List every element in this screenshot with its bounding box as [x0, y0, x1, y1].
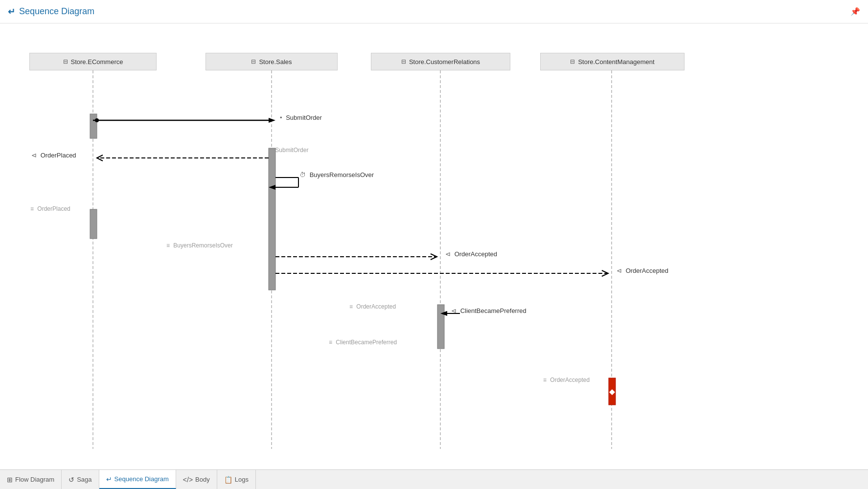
buyers-remorse-icon: ⏱ — [299, 171, 306, 178]
arrow-label-clientbecamepreferred: ⊲ ClientBecamePreferred — [451, 307, 526, 314]
lifeline-header-ecommerce: ⊟ Store.ECommerce — [29, 53, 157, 70]
tab-body[interactable]: </> Body — [176, 470, 217, 489]
msg-label-orderaccepted: ≡ OrderAccepted — [349, 303, 396, 310]
svg-marker-21 — [440, 311, 447, 316]
app-icon: ↵ — [8, 6, 15, 17]
svg-marker-11 — [269, 118, 275, 123]
svg-marker-9 — [609, 389, 615, 395]
msg-label-orderplaced: ≡ OrderPlaced — [30, 205, 70, 212]
msg-label-clientbecamepreferred: ≡ ClientBecamePreferred — [329, 339, 397, 346]
tab-flow-diagram[interactable]: ⊞ Flow Diagram — [0, 470, 62, 489]
svg-rect-5 — [269, 148, 275, 290]
submit-order-icon: • — [280, 114, 282, 121]
lifeline-header-sales: ⊟ Store.Sales — [206, 53, 338, 70]
ll-icon-customerrelations: ⊟ — [401, 58, 406, 65]
svg-rect-7 — [437, 305, 444, 349]
svg-point-12 — [95, 118, 99, 122]
arrow-label-orderaccepted2: ⊲ OrderAccepted — [617, 267, 668, 274]
svg-rect-8 — [609, 378, 616, 405]
arrow-label-orderplaced: ⊲ OrderPlaced — [31, 152, 76, 159]
arrows-svg — [0, 23, 868, 469]
msg-label-submitorder: ≡ SubmitOrder — [268, 147, 308, 154]
sequence-diagram-icon: ↵ — [106, 475, 112, 483]
svg-rect-6 — [90, 209, 97, 239]
client-preferred-icon: ⊲ — [451, 307, 457, 314]
tab-logs[interactable]: 📋 Logs — [217, 470, 256, 489]
saga-icon: ↺ — [69, 476, 74, 484]
order-accepted2-icon: ⊲ — [617, 267, 622, 274]
msg-label-orderaccepted-cm: ≡ OrderAccepted — [543, 377, 590, 383]
svg-marker-17 — [269, 185, 275, 190]
order-accepted1-icon: ⊲ — [445, 250, 451, 258]
tab-sequence-diagram[interactable]: ↵ Sequence Diagram — [99, 470, 176, 489]
flow-diagram-icon: ⊞ — [7, 476, 13, 484]
body-icon: </> — [183, 476, 193, 484]
svg-rect-4 — [90, 114, 97, 138]
tab-saga[interactable]: ↺ Saga — [62, 470, 99, 489]
ll-icon-contentmanagement: ⊟ — [570, 58, 575, 65]
arrow-label-submitorder: • SubmitOrder — [280, 114, 322, 121]
header: ↵ Sequence Diagram 📌 — [0, 0, 868, 23]
ll-icon-sales: ⊟ — [251, 58, 256, 65]
msg-label-buyersremorse: ≡ BuyersRemorseIsOver — [166, 242, 233, 249]
lifeline-header-customerrelations: ⊟ Store.CustomerRelations — [371, 53, 510, 70]
lifeline-header-contentmanagement: ⊟ Store.ContentManagement — [540, 53, 685, 70]
logs-icon: 📋 — [224, 476, 232, 484]
arrow-label-buyersremorse: ⏱ BuyersRemorseIsOver — [299, 171, 374, 178]
footer-tabs: ⊞ Flow Diagram ↺ Saga ↵ Sequence Diagram… — [0, 469, 868, 489]
page-title: Sequence Diagram — [19, 6, 94, 17]
arrow-label-orderaccepted1: ⊲ OrderAccepted — [445, 250, 497, 258]
diagram-area: ⊟ Store.ECommerce ⊟ Store.Sales ⊟ Store.… — [0, 23, 868, 469]
pin-icon[interactable]: 📌 — [850, 7, 860, 16]
order-placed-icon: ⊲ — [31, 152, 37, 159]
ll-icon-ecommerce: ⊟ — [63, 58, 68, 65]
